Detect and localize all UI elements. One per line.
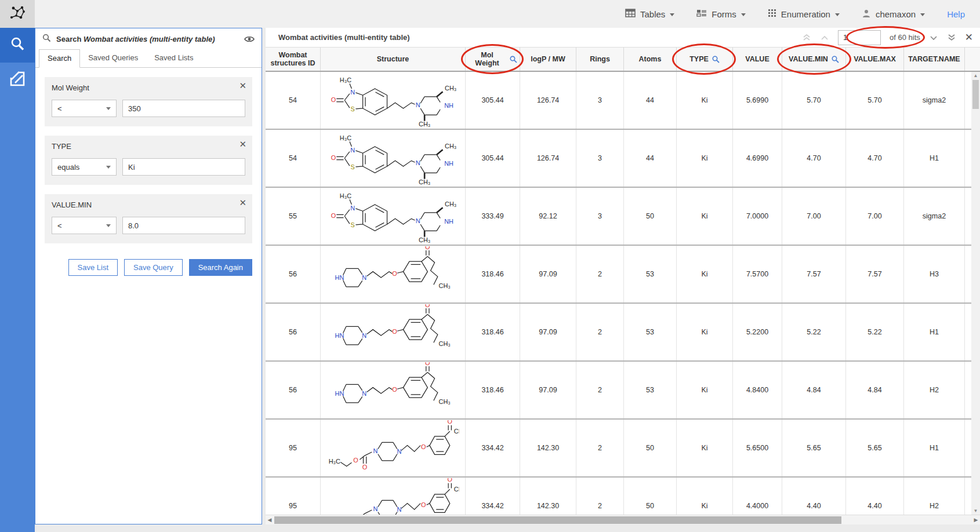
molecule-structure-image — [325, 362, 461, 418]
help-link[interactable]: Help — [947, 9, 965, 19]
horizontal-scrollbar[interactable]: ◀ ▶ — [266, 515, 980, 524]
nav-tables[interactable]: Tables — [625, 9, 674, 19]
cell-value-max: 5.70 — [846, 72, 904, 129]
vertical-scrollbar[interactable]: ▲ ▼ — [971, 72, 980, 515]
cell-type: Ki — [677, 72, 733, 129]
table-row[interactable]: 54 305.44 126.74 3 44 Ki 4.6990 4.70 4.7… — [266, 130, 971, 188]
table-row[interactable]: 56 318.46 97.09 2 53 Ki 7.5700 7.57 7.57… — [266, 246, 971, 304]
column-header-label: TARGET.NAME — [908, 55, 960, 63]
horizontal-scroll-thumb[interactable] — [274, 516, 841, 524]
cell-value-min: 7.57 — [782, 246, 846, 303]
cell-value-max: 7.00 — [846, 188, 904, 245]
column-header-label: Wombat structures ID — [268, 51, 318, 67]
cell-logp-mw: 97.09 — [520, 304, 576, 360]
column-header-type[interactable]: TYPE — [677, 48, 733, 71]
cell-value: 5.6500 — [733, 420, 782, 476]
nav-user-menu[interactable]: chemaxon — [862, 9, 925, 20]
cell-target-name: H1 — [904, 130, 965, 187]
nav-forms[interactable]: Forms — [696, 9, 746, 19]
filter-value-input[interactable] — [122, 217, 245, 234]
cell-structure[interactable] — [321, 362, 466, 418]
tab-search[interactable]: Search — [39, 49, 80, 68]
cell-structure[interactable] — [321, 72, 466, 129]
operator-select[interactable]: < — [52, 217, 117, 234]
column-header-mol-weight[interactable]: Mol Weight — [466, 48, 520, 71]
table-row[interactable]: 95 334.42 142.30 2 50 Ki 4.4000 4.40 4.4… — [266, 478, 971, 515]
column-header-value-min[interactable]: VALUE.MIN — [782, 48, 846, 71]
close-icon[interactable]: ✕ — [239, 140, 246, 148]
filter-card-type: TYPE ✕ equals — [45, 136, 252, 185]
save-list-button[interactable]: Save List — [68, 259, 118, 276]
cell-structures-id: 56 — [266, 304, 321, 360]
close-icon[interactable]: ✕ — [239, 198, 246, 207]
search-again-button[interactable]: Search Again — [189, 259, 252, 276]
molecule-structure-image — [325, 72, 461, 128]
chevron-up-icon[interactable] — [820, 34, 829, 41]
column-header-logp-mw[interactable]: logP / MW — [520, 48, 576, 71]
column-header-target-name[interactable]: TARGET.NAME — [904, 48, 965, 71]
table-row[interactable]: 95 334.42 142.30 2 50 Ki 5.6500 5.65 5.6… — [266, 420, 971, 478]
cell-atoms: 50 — [624, 478, 677, 515]
table-row[interactable]: 56 318.46 97.09 2 53 Ki 5.2200 5.22 5.22… — [266, 304, 971, 362]
scroll-up-arrow-icon[interactable]: ▲ — [971, 72, 980, 79]
cell-structures-id: 54 — [266, 72, 321, 129]
cell-structure[interactable] — [321, 420, 466, 476]
cell-logp-mw: 142.30 — [520, 420, 576, 476]
column-header-structure[interactable]: Structure — [321, 48, 466, 71]
cell-value-max: 7.57 — [846, 246, 904, 303]
scroll-down-arrow-icon[interactable]: ▼ — [971, 507, 980, 515]
save-query-button[interactable]: Save Query — [124, 259, 183, 276]
cell-value-max: 4.70 — [846, 130, 904, 187]
chevron-down-icon[interactable] — [929, 34, 938, 41]
cell-atoms: 53 — [624, 362, 677, 418]
cell-target-name: sigma2 — [904, 188, 965, 245]
double-chevron-down-icon[interactable] — [947, 33, 956, 42]
operator-select[interactable]: equals — [52, 158, 117, 176]
cell-structure[interactable] — [321, 478, 466, 515]
scroll-left-arrow-icon[interactable]: ◀ — [266, 515, 274, 524]
filter-value-input[interactable] — [122, 100, 245, 117]
filter-field-label: TYPE — [52, 142, 245, 151]
close-icon[interactable]: ✕ — [965, 32, 973, 42]
eye-icon[interactable] — [244, 35, 255, 43]
operator-select[interactable]: < — [52, 100, 117, 117]
app-logo[interactable] — [0, 0, 35, 28]
close-icon[interactable]: ✕ — [239, 81, 246, 90]
scroll-right-arrow-icon[interactable]: ▶ — [972, 515, 980, 524]
cell-structure[interactable] — [321, 246, 466, 303]
double-chevron-up-icon[interactable] — [802, 33, 811, 42]
column-header-wombat-structures-id[interactable]: Wombat structures ID — [266, 48, 321, 71]
table-row[interactable]: 55 333.49 92.12 3 50 Ki 7.0000 7.00 7.00… — [266, 188, 971, 246]
column-header-label: Atoms — [639, 55, 662, 63]
cell-value: 7.5700 — [733, 246, 782, 303]
filter-value-input[interactable] — [122, 158, 245, 176]
cell-value-min: 5.70 — [782, 72, 846, 129]
cell-structure[interactable] — [321, 130, 466, 187]
search-panel-title: Search Wombat activities (multi-entity t… — [56, 35, 215, 43]
cell-structure[interactable] — [321, 188, 466, 245]
table-row[interactable]: 54 305.44 126.74 3 44 Ki 5.6990 5.70 5.7… — [266, 72, 971, 130]
tab-saved-queries[interactable]: Saved Queries — [80, 49, 146, 68]
cell-logp-mw: 97.09 — [520, 246, 576, 303]
column-header-value-max[interactable]: VALUE.MAX — [846, 48, 904, 71]
cell-structure[interactable] — [321, 304, 466, 360]
column-header-label: logP / MW — [531, 55, 565, 63]
filter-field-label: Mol Weight — [52, 83, 245, 92]
table-row[interactable]: 56 318.46 97.09 2 53 Ki 4.8400 4.84 4.84… — [266, 362, 971, 420]
molecule-structure-image — [325, 478, 461, 515]
cell-rings: 3 — [576, 130, 624, 187]
rail-grid-view-tab[interactable] — [0, 63, 35, 97]
column-header-rings[interactable]: Rings — [576, 48, 624, 71]
column-header-value[interactable]: VALUE — [733, 48, 782, 71]
cell-value-max: 5.65 — [846, 420, 904, 476]
rail-search-tab[interactable] — [0, 28, 35, 63]
search-panel: Search Wombat activities (multi-entity t… — [35, 28, 262, 524]
chevron-down-icon — [835, 13, 840, 16]
cell-type: Ki — [677, 246, 733, 303]
page-number-input[interactable] — [838, 30, 881, 45]
nav-enumeration[interactable]: Enumeration — [768, 9, 840, 19]
column-header-atoms[interactable]: Atoms — [624, 48, 677, 71]
tab-saved-lists[interactable]: Saved Lists — [146, 49, 201, 68]
vertical-scroll-thumb[interactable] — [972, 80, 979, 109]
grid-view-icon — [9, 70, 26, 90]
